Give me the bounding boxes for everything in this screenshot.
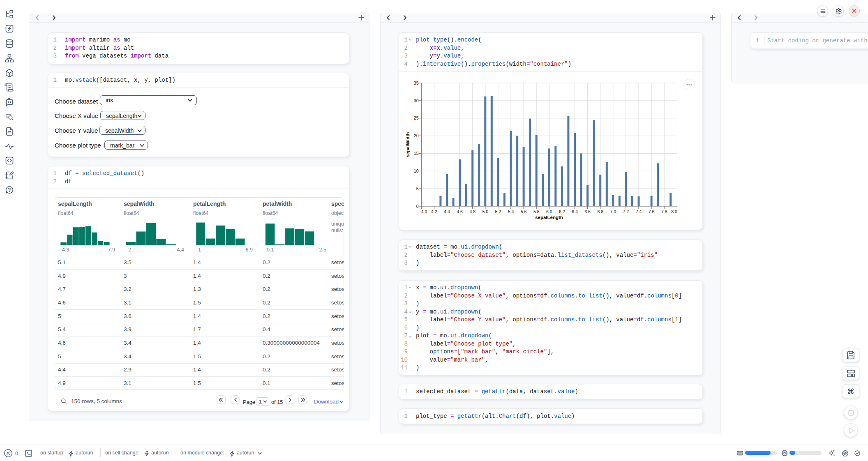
svg-text:7.2: 7.2	[623, 209, 629, 214]
svg-text:20: 20	[414, 133, 419, 138]
svg-text:sepalLength: sepalLength	[535, 215, 563, 220]
svg-text:5: 5	[416, 186, 419, 191]
svg-text:6.6: 6.6	[584, 209, 591, 214]
svg-text:4.6: 4.6	[457, 209, 463, 214]
svg-text:5.4: 5.4	[508, 209, 514, 214]
svg-text:6.0: 6.0	[546, 209, 552, 214]
svg-text:7.4: 7.4	[636, 209, 642, 214]
svg-text:5.6: 5.6	[521, 209, 527, 214]
svg-text:6.2: 6.2	[559, 209, 565, 214]
svg-text:5.0: 5.0	[482, 209, 488, 214]
svg-text:8.0: 8.0	[671, 209, 677, 214]
svg-text:4.8: 4.8	[469, 209, 476, 214]
svg-text:5.2: 5.2	[495, 209, 501, 214]
svg-text:35: 35	[414, 81, 419, 85]
svg-text:15: 15	[414, 151, 419, 156]
svg-text:10: 10	[414, 168, 419, 173]
svg-text:5.8: 5.8	[533, 209, 540, 214]
svg-text:6.4: 6.4	[572, 209, 578, 214]
svg-text:0: 0	[416, 204, 419, 209]
svg-text:7.0: 7.0	[610, 209, 616, 214]
svg-text:sepalWidth: sepalWidth	[405, 132, 410, 157]
svg-text:7.8: 7.8	[661, 209, 667, 214]
svg-text:4.4: 4.4	[444, 209, 450, 214]
svg-text:7.6: 7.6	[649, 209, 655, 214]
svg-text:4.2: 4.2	[431, 209, 437, 214]
svg-text:6.8: 6.8	[597, 209, 603, 214]
svg-text:25: 25	[414, 115, 419, 120]
svg-text:30: 30	[414, 98, 419, 103]
svg-text:4.0: 4.0	[421, 209, 427, 214]
